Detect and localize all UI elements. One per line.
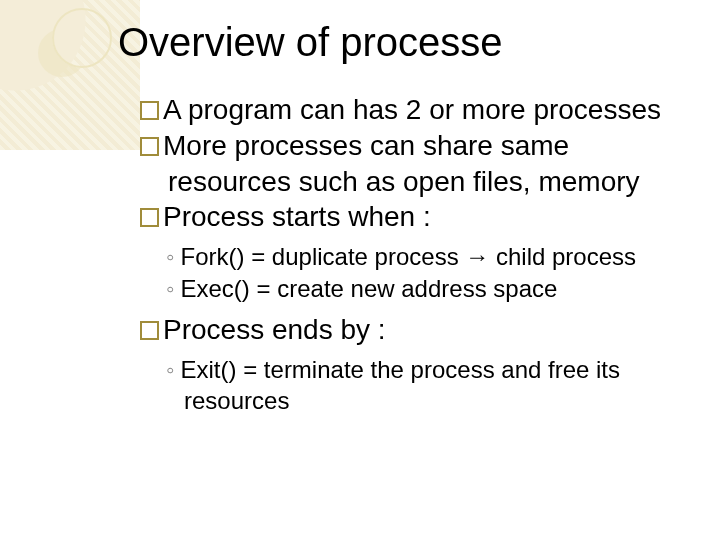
slide-title: Overview of processe: [118, 20, 503, 65]
bullet-text: Process starts when :: [163, 201, 431, 232]
bullet-text: Exit() = terminate the process and free …: [181, 356, 621, 414]
bullet-text: More processes can share same resources …: [163, 130, 640, 197]
bullet-level1: Process ends by :: [140, 312, 670, 348]
bullet-text: A program can has 2 or more processes: [163, 94, 661, 125]
bullet-text: Fork() = duplicate process → child proce…: [181, 243, 637, 270]
sub-bullet-group: ◦Exit() = terminate the process and free…: [140, 354, 670, 416]
bullet-level2: ◦Fork() = duplicate process → child proc…: [140, 241, 670, 272]
slide: Overview of processe A program can has 2…: [0, 0, 720, 540]
square-bullet-icon: [140, 321, 159, 340]
ring-bullet-icon: ◦: [166, 243, 175, 270]
ring-bullet-icon: ◦: [166, 356, 175, 383]
square-bullet-icon: [140, 208, 159, 227]
slide-body: A program can has 2 or more processes Mo…: [140, 92, 670, 424]
square-bullet-icon: [140, 101, 159, 120]
bullet-level2: ◦Exec() = create new address space: [140, 273, 670, 304]
bullet-level2: ◦Exit() = terminate the process and free…: [140, 354, 670, 416]
ring-bullet-icon: ◦: [166, 275, 175, 302]
sub-bullet-group: ◦Fork() = duplicate process → child proc…: [140, 241, 670, 303]
bullet-level1: More processes can share same resources …: [140, 128, 670, 200]
bullet-level1: A program can has 2 or more processes: [140, 92, 670, 128]
bullet-level1: Process starts when :: [140, 199, 670, 235]
bullet-text: Exec() = create new address space: [181, 275, 558, 302]
square-bullet-icon: [140, 137, 159, 156]
bullet-text: Process ends by :: [163, 314, 386, 345]
